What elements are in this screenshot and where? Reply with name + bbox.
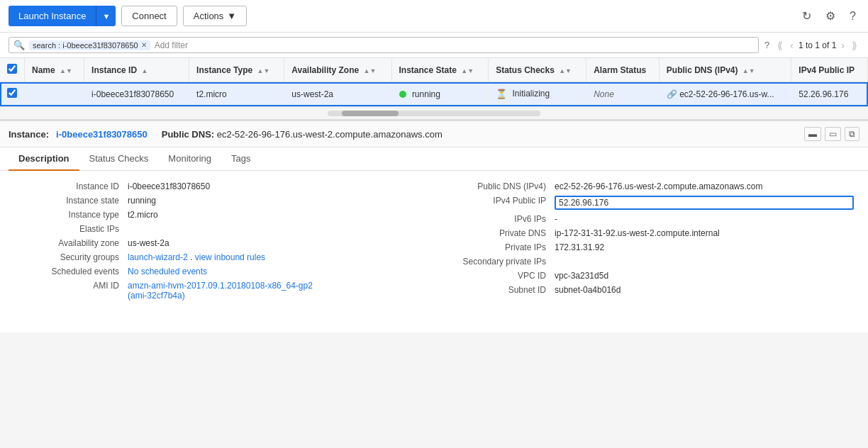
- value-private-dns: ip-172-31-31-92.us-west-2.compute.intern…: [555, 228, 854, 238]
- value-instance-id: i-0beece31f83078650: [128, 181, 427, 191]
- label-availability-zone: Availability zone: [14, 238, 128, 248]
- tab-description[interactable]: Description: [9, 147, 79, 171]
- value-instance-state: running: [128, 196, 427, 206]
- search-help-icon[interactable]: ?: [764, 40, 769, 50]
- label-instance-id: Instance ID: [14, 181, 128, 191]
- window-split-button[interactable]: ▬: [804, 127, 821, 141]
- col-alarm-status[interactable]: Alarm Status: [586, 58, 660, 82]
- label-ami-id: AMI ID: [14, 281, 128, 291]
- value-private-ips: 172.31.31.92: [555, 242, 854, 252]
- running-indicator: [399, 91, 406, 98]
- value-ami-id: amzn-ami-hvm-2017.09.1.20180108-x86_64-g…: [128, 281, 427, 301]
- dns-icon: 🔗: [667, 89, 677, 99]
- settings-button[interactable]: ⚙: [822, 8, 839, 24]
- col-instance-id[interactable]: Instance ID ▲: [84, 58, 189, 82]
- label-ipv6: IPv6 IPs: [441, 214, 555, 224]
- window-undock-button[interactable]: ⧉: [845, 127, 859, 141]
- detail-left-column: Instance ID i-0beece31f83078650 Instance…: [14, 179, 427, 303]
- pagination-last[interactable]: ⟫: [850, 38, 859, 52]
- col-availability-zone[interactable]: Availability Zone ▲▼: [284, 58, 391, 82]
- actions-label: Actions: [194, 11, 224, 21]
- label-subnet-id: Subnet ID: [441, 285, 555, 295]
- window-bottom-button[interactable]: ▭: [825, 127, 841, 141]
- scrollbar-thumb[interactable]: [342, 111, 399, 116]
- help-button[interactable]: ?: [846, 9, 859, 24]
- tab-status-checks[interactable]: Status Checks: [79, 147, 159, 171]
- search-tag-close[interactable]: ✕: [141, 41, 147, 49]
- detail-row-private-ips: Private IPs 172.31.31.92: [441, 240, 854, 254]
- search-bar: 🔍 search : i-0beece31f83078650 ✕ Add fil…: [0, 33, 868, 58]
- row-ipv4: 52.26.96.176: [791, 82, 868, 106]
- refresh-button[interactable]: ↻: [799, 8, 815, 24]
- select-all-checkbox[interactable]: [7, 64, 17, 74]
- col-ipv4[interactable]: IPv4 Public IP: [791, 58, 868, 82]
- detail-row-ami-id: AMI ID amzn-ami-hvm-2017.09.1.20180108-x…: [14, 279, 427, 303]
- table-header-row: Name ▲▼ Instance ID ▲ Instance Type ▲▼ A…: [0, 58, 868, 82]
- launch-instance-group: Launch Instance ▼: [9, 6, 116, 26]
- detail-row-ipv4-public: IPv4 Public IP 52.26.96.176: [441, 194, 854, 212]
- add-filter[interactable]: Add filter: [155, 40, 188, 50]
- detail-row-subnet-id: Subnet ID subnet-0a4b016d: [441, 283, 854, 297]
- actions-button[interactable]: Actions ▼: [183, 6, 247, 26]
- detail-panel: Instance: i-0beece31f83078650 Public DNS…: [0, 120, 868, 332]
- detail-row-availability-zone: Availability zone us-west-2a: [14, 236, 427, 250]
- detail-row-ipv6: IPv6 IPs -: [441, 212, 854, 226]
- launch-instance-dropdown[interactable]: ▼: [96, 6, 116, 26]
- pagination-text: 1 to 1 of 1: [799, 40, 836, 50]
- horizontal-scrollbar[interactable]: [0, 107, 868, 120]
- detail-row-vpc-id: VPC ID vpc-3a231d5d: [441, 269, 854, 283]
- col-public-dns[interactable]: Public DNS (IPv4) ▲▼: [659, 58, 791, 82]
- tab-monitoring[interactable]: Monitoring: [158, 147, 221, 171]
- scrollbar-track: [328, 111, 540, 116]
- label-instance-state: Instance state: [14, 196, 128, 206]
- detail-right-column: Public DNS (IPv4) ec2-52-26-96-176.us-we…: [441, 179, 854, 303]
- security-group-link[interactable]: launch-wizard-2: [128, 252, 188, 262]
- launch-instance-button[interactable]: Launch Instance: [9, 6, 96, 26]
- col-instance-state[interactable]: Instance State ▲▼: [391, 58, 489, 82]
- ami-link[interactable]: amzn-ami-hvm-2017.09.1.20180108-x86_64-g…: [128, 281, 427, 291]
- col-instance-type[interactable]: Instance Type ▲▼: [189, 58, 284, 82]
- label-instance-type: Instance type: [14, 210, 128, 220]
- row-status-checks: ⏳ Initializing: [489, 82, 586, 106]
- state-sort-icon: ▲▼: [461, 67, 474, 74]
- detail-public-dns-label: Public DNS: ec2-52-26-96-176.us-west-2.c…: [162, 129, 443, 140]
- toolbar-right: ↻ ⚙ ?: [799, 8, 859, 24]
- status-sort-icon: ▲▼: [559, 67, 572, 74]
- pagination-prev[interactable]: ‹: [788, 38, 796, 52]
- value-scheduled-events[interactable]: No scheduled events: [128, 267, 427, 276]
- label-private-dns: Private DNS: [441, 228, 555, 238]
- value-ipv4-public: 52.26.96.176: [555, 196, 854, 210]
- label-public-dns: Public DNS (IPv4): [441, 181, 555, 191]
- detail-row-instance-type: Instance type t2.micro: [14, 208, 427, 222]
- search-box[interactable]: 🔍 search : i-0beece31f83078650 ✕ Add fil…: [9, 37, 759, 53]
- ami-id-link[interactable]: (ami-32cf7b4a): [128, 291, 185, 301]
- inbound-rules-link[interactable]: view inbound rules: [195, 252, 265, 262]
- detail-header: Instance: i-0beece31f83078650 Public DNS…: [0, 121, 868, 147]
- detail-row-scheduled-events: Scheduled events No scheduled events: [14, 264, 427, 279]
- tab-tags[interactable]: Tags: [221, 147, 260, 171]
- detail-row-secondary-private: Secondary private IPs: [441, 254, 854, 269]
- detail-instance-id: i-0beece31f83078650: [56, 129, 148, 140]
- col-status-checks[interactable]: Status Checks ▲▼: [489, 58, 586, 82]
- table-row[interactable]: i-0beece31f83078650 t2.micro us-west-2a …: [0, 82, 868, 106]
- value-subnet-id: subnet-0a4b016d: [555, 285, 854, 295]
- security-group-sep: .: [190, 252, 195, 262]
- row-availability-zone: us-west-2a: [284, 82, 391, 106]
- value-public-dns: ec2-52-26-96-176.us-west-2.compute.amazo…: [555, 181, 854, 191]
- value-security-groups: launch-wizard-2 . view inbound rules: [128, 252, 427, 262]
- pagination-first[interactable]: ⟪: [775, 38, 785, 52]
- state-text: running: [412, 89, 440, 99]
- instance-id-sort-icon: ▲: [141, 67, 148, 74]
- pagination-next[interactable]: ›: [839, 38, 847, 52]
- row-public-dns: 🔗 ec2-52-26-96-176.us-w...: [659, 82, 791, 106]
- row-alarm-status: None: [586, 82, 660, 106]
- search-icon: 🔍: [13, 40, 25, 50]
- row-checkbox[interactable]: [7, 88, 17, 98]
- connect-button[interactable]: Connect: [121, 6, 177, 26]
- instance-label: Instance:: [9, 129, 49, 140]
- detail-row-elastic-ips: Elastic IPs: [14, 222, 427, 236]
- detail-tabs: Description Status Checks Monitoring Tag…: [0, 147, 868, 171]
- row-instance-type: t2.micro: [189, 82, 284, 106]
- col-name[interactable]: Name ▲▼: [25, 58, 84, 82]
- initializing-icon: ⏳: [496, 89, 507, 99]
